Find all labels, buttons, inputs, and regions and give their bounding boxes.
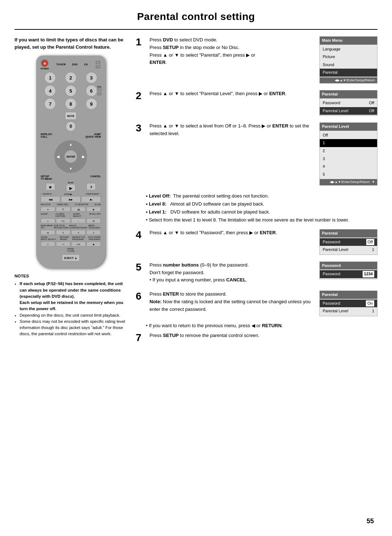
screen-row-parental-level-off: Parental LevelOff — [320, 107, 377, 115]
small-btn-grid-2: z CC ♪ 30 — [41, 218, 101, 223]
eject-button[interactable]: EJECT ▲ — [62, 254, 80, 261]
num-7-button[interactable]: 7 — [44, 98, 56, 110]
intro-text: If you want to limit the types of discs … — [15, 36, 127, 50]
step-2-number: 2 — [136, 91, 146, 101]
step-3-screen-body: Off 1 2 3 4 5 — [320, 131, 377, 179]
stop-button[interactable]: ■ — [46, 183, 55, 190]
timer-rec-button[interactable]: ⏱ — [56, 207, 70, 212]
30sec-button[interactable]: 30 — [86, 218, 101, 223]
zero-row: 0 — [41, 121, 101, 131]
nav-right-arrow[interactable]: ▶ — [82, 155, 85, 159]
cancel-label: CANCEL — [90, 175, 101, 180]
step-1-line-3: Press ▲ or ▼ to select "Parental", then … — [150, 52, 316, 59]
step-3-line-1: Press ▲ or ▼ to select a level from Off … — [150, 122, 316, 138]
step-5-with-screen: Press number buttons (0–9) for the passw… — [150, 261, 377, 284]
screen-level-5: 5 — [320, 171, 377, 179]
left-column: If you want to limit the types of discs … — [15, 36, 127, 349]
step-7-number: 7 — [136, 333, 146, 343]
step-6-screen: Parental PasswordOn Parental Level1 — [319, 291, 377, 316]
cc-button[interactable]: CC — [56, 218, 70, 223]
notes-section: NOTES If each setup (P.52–56) has been c… — [15, 273, 127, 337]
step-3-screen-header: Parental Level — [320, 123, 377, 131]
rec-timer-labels: REC/OTRTIMER RECTV MONITORSLOW — [41, 203, 101, 206]
screen-row-password-1234: Password1234 — [320, 270, 377, 278]
step-1-text: Press DVD to select DVD mode. Press SETU… — [150, 36, 316, 66]
num-5-button[interactable]: 5 — [65, 85, 77, 97]
step-4-with-screen: Press ▲ or ▼ to select "Password", then … — [150, 229, 377, 255]
step-2-screen-body: PasswordOff Parental LevelOff — [320, 98, 377, 115]
vol-up-button[interactable]: + — [97, 88, 102, 92]
step-3-screen: Parental Level Off 1 2 3 4 5 ◀▶▲▼/Enter/… — [319, 122, 377, 186]
menu-button[interactable]: ≡ — [86, 230, 101, 235]
num-1-button[interactable]: 1 — [44, 72, 56, 84]
tv-monitor-button[interactable]: 📺 — [71, 207, 86, 212]
skip-button[interactable]: ▶| — [81, 196, 101, 203]
mainmenu-subtitle-labels: MAIN MENUATTSUB TITLEBKG/RETURNANGLECOUN… — [41, 224, 101, 229]
tvcvr-label: TV/VCR — [56, 63, 66, 66]
small-btn-grid-4: Z ↩ A-B ▶ — [41, 241, 101, 247]
screen-row-password-sel: PasswordOff — [320, 238, 377, 246]
subtitle-button[interactable]: S — [56, 230, 70, 235]
enter-center-button[interactable]: ENTER — [65, 150, 77, 163]
screen-row-sound: Sound — [320, 61, 377, 69]
screen-row-parental-level-1-b: Parental Level1 — [320, 307, 377, 315]
ffwd-button[interactable]: ▶▶ — [61, 196, 81, 203]
step-4: 4 Press ▲ or ▼ to select "Password", the… — [136, 229, 377, 255]
notes-item-1: If each setup (P.52–56) has been complet… — [20, 281, 127, 312]
screen-level-1: 1 — [320, 139, 377, 147]
num-8-button[interactable]: 8 — [65, 98, 77, 110]
mute-button[interactable]: MUTE — [65, 112, 77, 120]
main-menu-button[interactable]: M — [41, 230, 55, 235]
power-button[interactable]: ⏻ — [41, 59, 49, 67]
sleep-button[interactable]: z — [41, 218, 55, 223]
level-select-note: • Select from the level 1 to level 8. Th… — [146, 216, 377, 224]
zoom-button[interactable]: Z — [41, 241, 55, 247]
repeat-ab-button[interactable]: A-B — [71, 241, 86, 247]
angle-button[interactable]: A — [71, 230, 86, 235]
num-2-button[interactable]: 2 — [65, 72, 77, 84]
screen-row-password-off: PasswordOff — [320, 99, 377, 107]
nav-down-arrow[interactable]: ▼ — [69, 167, 73, 171]
rec-otr-button[interactable]: ● — [41, 207, 55, 212]
pause-button[interactable]: ⏸ — [86, 183, 96, 190]
zoom-return-labels: ZOOMINPUT SELECTRETURNSPEEDREPEAT A-BPRO… — [41, 236, 101, 240]
right-column: 1 Press DVD to select DVD mode. Press SE… — [136, 36, 377, 349]
audio-select-button[interactable]: ♪ — [71, 218, 86, 223]
step-1-screen-nav: ◀▶▲▼/Enter/Setup/Return — [320, 77, 377, 83]
vol-down-button[interactable]: − — [97, 92, 102, 96]
step-1-with-screen: Press DVD to select DVD mode. Press SETU… — [150, 36, 377, 84]
setup-cancel-row: SETUPTV MENU CANCEL — [41, 175, 101, 180]
main-layout: If you want to limit the types of discs … — [15, 36, 377, 349]
open-close-label: OPEN/CLOSE — [41, 248, 101, 252]
step-5-screen-body: Password1234 — [320, 269, 377, 279]
num-3-button[interactable]: 3 — [86, 72, 97, 84]
nav-up-arrow[interactable]: ▲ — [69, 142, 73, 146]
screen-level-off: Off — [320, 131, 377, 139]
num-0-button[interactable]: 0 — [66, 121, 76, 131]
step-2-text: Press ▲ or ▼ to select "Parental Level",… — [150, 90, 316, 98]
play-button[interactable]: ▶ — [66, 184, 75, 191]
step-2-screen: Parental PasswordOff Parental LevelOff — [319, 90, 377, 116]
nav-left-arrow[interactable]: ◀ — [57, 155, 60, 159]
return-button[interactable]: ↩ — [56, 241, 70, 247]
rew-button[interactable]: ◀◀ — [41, 196, 60, 203]
slow-button[interactable]: ▶ — [86, 207, 101, 212]
num-4-button[interactable]: 4 — [44, 85, 56, 97]
step-1-line-1: Press DVD to select DVD mode. — [150, 36, 316, 44]
rew-fwd-row: ◀◀ ▶▶ ▶| — [41, 196, 101, 203]
page-title: Parental control setting — [15, 11, 377, 23]
step-4-screen: Parental PasswordOff Parental Level1 — [319, 229, 377, 255]
step-4-content: Press ▲ or ▼ to select "Password", then … — [150, 229, 377, 255]
play-mode-button[interactable]: ▶ — [86, 241, 101, 247]
ch-down-button[interactable]: − — [95, 65, 101, 69]
screen-row-language: Language — [320, 45, 377, 53]
num-9-button[interactable]: 9 — [86, 98, 97, 110]
screen-row-picture: Picture — [320, 53, 377, 61]
ch-up-button[interactable]: + — [95, 61, 101, 64]
step-5-line-3: • If you input a wrong number, press CAN… — [150, 276, 316, 284]
num-6-button[interactable]: 6 VOL + − — [86, 85, 97, 97]
screen-level-4: 4 — [320, 163, 377, 171]
setup-tvmenu-label: SETUPTV MENU — [41, 175, 52, 180]
step-5-line-1: Press number buttons (0–9) for the passw… — [150, 261, 316, 269]
step-4-text: Press ▲ or ▼ to select "Password", then … — [150, 229, 316, 237]
